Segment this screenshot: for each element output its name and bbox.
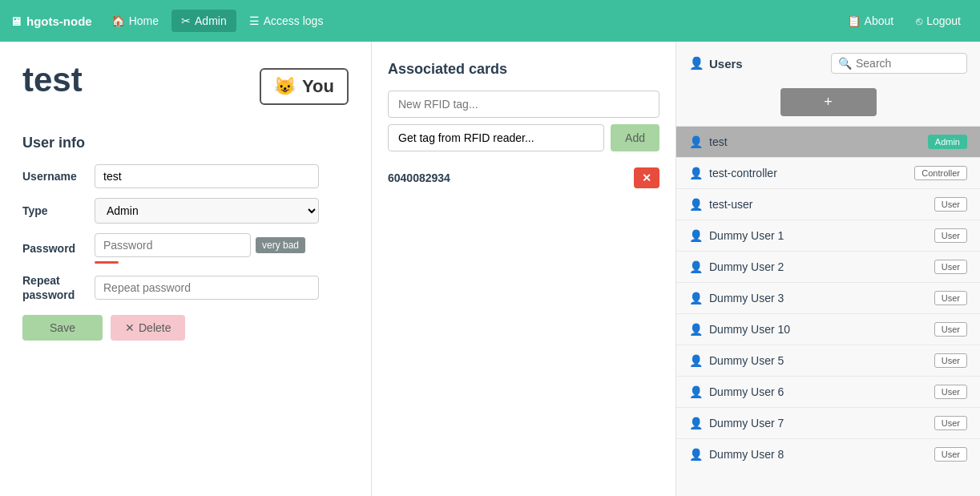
navbar: 🖥 hgots-node 🏠 Home ✂ Admin ☰ Access log… xyxy=(0,0,980,42)
user-item-left: 👤 Dummy User 3 xyxy=(689,292,784,304)
password-input[interactable] xyxy=(95,233,251,257)
user-item-name: test-controller xyxy=(709,167,777,179)
nav-access-logs[interactable]: ☰ Access logs xyxy=(240,10,333,32)
users-panel: 👤 Users 🔍 + 👤 test Admin 👤 xyxy=(676,42,980,496)
nav-about[interactable]: 📋 About xyxy=(837,10,904,32)
user-item-left: 👤 Dummy User 7 xyxy=(689,417,784,429)
delete-x-icon: ✕ xyxy=(125,321,135,334)
user-person-icon: 👤 xyxy=(689,260,703,273)
user-item-name: Dummy User 2 xyxy=(709,260,784,273)
password-strength-badge: very bad xyxy=(256,237,305,253)
user-person-icon: 👤 xyxy=(689,448,703,461)
username-label: Username xyxy=(22,170,87,183)
user-person-icon: 👤 xyxy=(689,354,703,367)
user-person-icon: 👤 xyxy=(689,198,703,211)
nav-about-label: About xyxy=(865,14,894,27)
nav-logout[interactable]: ⎋ Logout xyxy=(906,10,970,32)
user-list-item[interactable]: 👤 Dummy User 2 User xyxy=(676,251,980,282)
title-row: test 😺 You xyxy=(22,61,349,112)
user-list-item[interactable]: 👤 Dummy User 10 User xyxy=(676,313,980,345)
user-person-icon: 👤 xyxy=(689,229,703,242)
nav-access-logs-label: Access logs xyxy=(264,14,324,27)
nav-admin-label: Admin xyxy=(195,14,227,27)
rfid-tag-value: 6040082934 xyxy=(388,171,450,184)
main-layout: test 😺 You User info Username Type Admin… xyxy=(0,42,980,496)
user-item-name: Dummy User 5 xyxy=(709,354,784,367)
search-icon: 🔍 xyxy=(838,57,852,70)
remove-tag-button[interactable]: ✕ xyxy=(634,167,659,188)
users-icon: 👤 xyxy=(689,56,704,71)
action-row: Save ✕ Delete xyxy=(22,315,349,341)
users-title-label: Users xyxy=(709,57,743,71)
add-user-btn-row: + xyxy=(676,82,980,126)
user-list-item[interactable]: 👤 Dummy User 7 User xyxy=(676,407,980,438)
delete-button[interactable]: ✕ Delete xyxy=(111,315,185,341)
role-badge: User xyxy=(934,416,967,430)
add-rfid-button[interactable]: Add xyxy=(611,124,659,151)
user-list-item[interactable]: 👤 Dummy User 3 User xyxy=(676,282,980,313)
brand-icon: 🖥 xyxy=(10,14,22,28)
user-person-icon: 👤 xyxy=(689,292,703,304)
associated-cards-panel: Associated cards Get tag from RFID reade… xyxy=(371,42,676,496)
user-list-item[interactable]: 👤 Dummy User 5 User xyxy=(676,345,980,376)
password-strength-indicator xyxy=(95,261,119,264)
associated-cards-title: Associated cards xyxy=(388,61,659,78)
user-item-left: 👤 test-controller xyxy=(689,167,777,179)
form-area: test 😺 You User info Username Type Admin… xyxy=(0,42,371,496)
repeat-password-label: Repeat password xyxy=(22,273,87,302)
user-list-item[interactable]: 👤 Dummy User 8 User xyxy=(676,438,980,470)
new-rfid-input[interactable] xyxy=(388,91,659,118)
role-badge: User xyxy=(934,291,967,305)
user-item-name: Dummy User 8 xyxy=(709,448,784,461)
role-badge: User xyxy=(934,197,967,212)
nav-logout-label: Logout xyxy=(926,14,961,27)
nav-admin[interactable]: ✂ Admin xyxy=(171,10,236,32)
user-item-left: 👤 Dummy User 6 xyxy=(689,385,784,398)
user-item-name: Dummy User 3 xyxy=(709,292,784,304)
logout-icon: ⎋ xyxy=(916,14,922,27)
password-flex: very bad xyxy=(95,233,305,257)
rfid-reader-row: Get tag from RFID reader... Add xyxy=(388,124,659,151)
user-list-item[interactable]: 👤 test-user User xyxy=(676,188,980,220)
role-badge: Controller xyxy=(914,166,967,180)
you-badge: 😺 You xyxy=(260,68,349,105)
user-item-name: Dummy User 6 xyxy=(709,385,784,398)
user-item-left: 👤 test xyxy=(689,135,728,148)
search-input[interactable] xyxy=(856,57,960,70)
rfid-tag-row: 6040082934 ✕ xyxy=(388,164,659,192)
user-item-left: 👤 Dummy User 1 xyxy=(689,229,784,242)
user-item-name: test xyxy=(709,135,728,148)
user-list-item[interactable]: 👤 Dummy User 1 User xyxy=(676,220,980,251)
username-input[interactable] xyxy=(95,164,319,188)
user-item-left: 👤 Dummy User 8 xyxy=(689,448,784,461)
get-tag-button[interactable]: Get tag from RFID reader... xyxy=(388,124,604,151)
role-badge: User xyxy=(934,228,967,243)
users-title: 👤 Users xyxy=(689,56,743,71)
add-user-button[interactable]: + xyxy=(780,88,877,116)
type-label: Type xyxy=(22,204,87,217)
user-item-left: 👤 Dummy User 10 xyxy=(689,323,790,336)
password-input-wrap: very bad xyxy=(95,233,305,264)
user-item-name: Dummy User 1 xyxy=(709,229,784,242)
user-list-item[interactable]: 👤 test-controller Controller xyxy=(676,157,980,188)
repeat-password-input[interactable] xyxy=(95,276,319,300)
users-header: 👤 Users 🔍 xyxy=(676,42,980,82)
nav-home[interactable]: 🏠 Home xyxy=(102,10,168,32)
user-item-name: Dummy User 10 xyxy=(709,323,790,336)
save-button[interactable]: Save xyxy=(22,315,103,341)
github-icon: 😺 xyxy=(274,76,296,97)
user-list-item[interactable]: 👤 test Admin xyxy=(676,126,980,157)
role-badge: User xyxy=(934,385,967,399)
user-list-item[interactable]: 👤 Dummy User 6 User xyxy=(676,376,980,407)
username-row: Username xyxy=(22,164,349,188)
about-icon: 📋 xyxy=(847,14,861,27)
role-badge: User xyxy=(934,447,967,462)
content-split: test 😺 You User info Username Type Admin… xyxy=(0,42,676,496)
navbar-right: 📋 About ⎋ Logout xyxy=(837,10,970,32)
delete-label: Delete xyxy=(139,321,171,334)
type-select[interactable]: Admin Controller User xyxy=(95,198,319,224)
nav-home-label: Home xyxy=(129,14,159,27)
brand-name: hgots-node xyxy=(26,14,92,28)
rfid-tags-list: 6040082934 ✕ xyxy=(388,164,659,192)
role-badge: User xyxy=(934,353,967,368)
